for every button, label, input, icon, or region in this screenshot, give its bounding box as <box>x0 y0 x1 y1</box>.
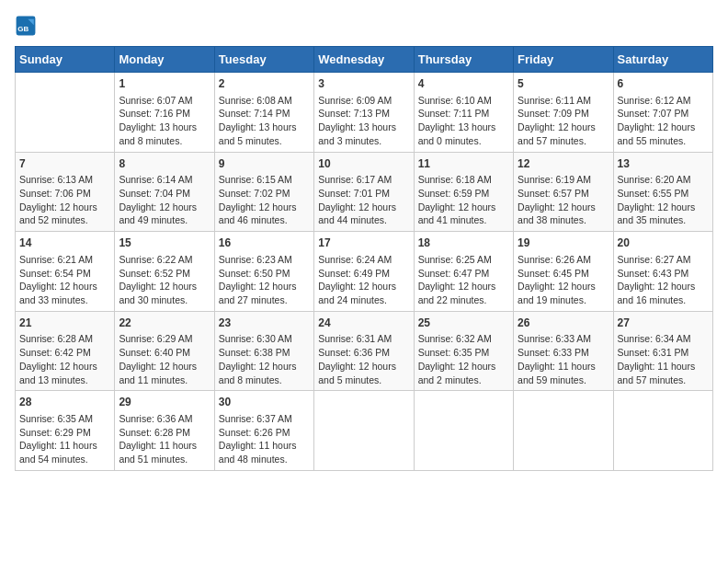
calendar-body: 1Sunrise: 6:07 AM Sunset: 7:16 PM Daylig… <box>16 73 713 471</box>
day-cell: 5Sunrise: 6:11 AM Sunset: 7:09 PM Daylig… <box>514 73 613 153</box>
day-cell: 8Sunrise: 6:14 AM Sunset: 7:04 PM Daylig… <box>115 152 214 232</box>
day-info: Sunrise: 6:15 AM Sunset: 7:02 PM Dayligh… <box>219 173 310 227</box>
week-row-0: 1Sunrise: 6:07 AM Sunset: 7:16 PM Daylig… <box>16 73 713 153</box>
day-cell: 6Sunrise: 6:12 AM Sunset: 7:07 PM Daylig… <box>613 73 712 153</box>
day-info: Sunrise: 6:30 AM Sunset: 6:38 PM Dayligh… <box>219 332 310 386</box>
day-number: 5 <box>518 76 609 92</box>
day-cell: 9Sunrise: 6:15 AM Sunset: 7:02 PM Daylig… <box>214 152 313 232</box>
day-number: 15 <box>119 236 210 251</box>
day-cell: 16Sunrise: 6:23 AM Sunset: 6:50 PM Dayli… <box>214 232 313 312</box>
logo-icon: GB <box>15 15 37 37</box>
day-info: Sunrise: 6:36 AM Sunset: 6:28 PM Dayligh… <box>119 412 210 466</box>
day-cell: 23Sunrise: 6:30 AM Sunset: 6:38 PM Dayli… <box>214 311 313 391</box>
day-number: 9 <box>219 156 310 172</box>
day-info: Sunrise: 6:18 AM Sunset: 6:59 PM Dayligh… <box>418 173 509 227</box>
day-cell: 14Sunrise: 6:21 AM Sunset: 6:54 PM Dayli… <box>16 232 115 312</box>
day-info: Sunrise: 6:25 AM Sunset: 6:47 PM Dayligh… <box>418 253 509 307</box>
week-row-3: 21Sunrise: 6:28 AM Sunset: 6:42 PM Dayli… <box>16 311 713 391</box>
day-info: Sunrise: 6:34 AM Sunset: 6:31 PM Dayligh… <box>618 332 709 386</box>
day-cell <box>514 391 613 471</box>
day-number: 30 <box>219 395 310 410</box>
header-cell-monday: Monday <box>115 47 214 73</box>
day-info: Sunrise: 6:10 AM Sunset: 7:11 PM Dayligh… <box>418 94 509 148</box>
page-header: GB <box>15 15 713 37</box>
day-info: Sunrise: 6:12 AM Sunset: 7:07 PM Dayligh… <box>618 94 709 148</box>
day-cell: 19Sunrise: 6:26 AM Sunset: 6:45 PM Dayli… <box>514 232 613 312</box>
header-cell-thursday: Thursday <box>414 47 513 73</box>
day-info: Sunrise: 6:31 AM Sunset: 6:36 PM Dayligh… <box>318 332 409 386</box>
day-number: 8 <box>119 156 210 172</box>
day-info: Sunrise: 6:13 AM Sunset: 7:06 PM Dayligh… <box>19 173 110 227</box>
day-info: Sunrise: 6:32 AM Sunset: 6:35 PM Dayligh… <box>418 332 509 386</box>
day-number: 1 <box>119 76 210 92</box>
day-info: Sunrise: 6:29 AM Sunset: 6:40 PM Dayligh… <box>119 332 210 386</box>
day-cell: 24Sunrise: 6:31 AM Sunset: 6:36 PM Dayli… <box>314 311 414 391</box>
day-cell: 7Sunrise: 6:13 AM Sunset: 7:06 PM Daylig… <box>16 152 115 232</box>
calendar-table: SundayMondayTuesdayWednesdayThursdayFrid… <box>15 46 713 471</box>
logo: GB <box>15 15 40 37</box>
day-number: 19 <box>518 236 609 251</box>
day-cell: 1Sunrise: 6:07 AM Sunset: 7:16 PM Daylig… <box>115 73 214 153</box>
day-info: Sunrise: 6:22 AM Sunset: 6:52 PM Dayligh… <box>119 253 210 307</box>
day-number: 20 <box>618 236 709 251</box>
header-cell-friday: Friday <box>514 47 613 73</box>
day-cell <box>16 73 115 153</box>
day-info: Sunrise: 6:19 AM Sunset: 6:57 PM Dayligh… <box>518 173 609 227</box>
day-number: 7 <box>19 156 110 172</box>
day-cell: 15Sunrise: 6:22 AM Sunset: 6:52 PM Dayli… <box>115 232 214 312</box>
day-cell: 22Sunrise: 6:29 AM Sunset: 6:40 PM Dayli… <box>115 311 214 391</box>
day-number: 18 <box>418 236 509 251</box>
day-number: 11 <box>418 156 509 172</box>
day-info: Sunrise: 6:17 AM Sunset: 7:01 PM Dayligh… <box>318 173 409 227</box>
day-number: 28 <box>19 395 110 410</box>
day-number: 3 <box>318 76 409 92</box>
header-cell-saturday: Saturday <box>613 47 712 73</box>
day-cell: 17Sunrise: 6:24 AM Sunset: 6:49 PM Dayli… <box>314 232 414 312</box>
day-cell: 2Sunrise: 6:08 AM Sunset: 7:14 PM Daylig… <box>214 73 313 153</box>
day-info: Sunrise: 6:07 AM Sunset: 7:16 PM Dayligh… <box>119 94 210 148</box>
day-number: 13 <box>618 156 709 172</box>
day-info: Sunrise: 6:14 AM Sunset: 7:04 PM Dayligh… <box>119 173 210 227</box>
day-cell: 4Sunrise: 6:10 AM Sunset: 7:11 PM Daylig… <box>414 73 513 153</box>
day-number: 22 <box>119 316 210 331</box>
week-row-1: 7Sunrise: 6:13 AM Sunset: 7:06 PM Daylig… <box>16 152 713 232</box>
day-number: 10 <box>318 156 409 172</box>
day-number: 25 <box>418 316 509 331</box>
header-cell-wednesday: Wednesday <box>314 47 414 73</box>
day-cell: 29Sunrise: 6:36 AM Sunset: 6:28 PM Dayli… <box>115 391 214 471</box>
day-info: Sunrise: 6:09 AM Sunset: 7:13 PM Dayligh… <box>318 94 409 148</box>
day-info: Sunrise: 6:33 AM Sunset: 6:33 PM Dayligh… <box>518 332 609 386</box>
day-cell <box>613 391 712 471</box>
day-number: 16 <box>219 236 310 251</box>
header-cell-tuesday: Tuesday <box>214 47 313 73</box>
day-number: 12 <box>518 156 609 172</box>
day-number: 4 <box>418 76 509 92</box>
header-row: SundayMondayTuesdayWednesdayThursdayFrid… <box>16 47 713 73</box>
svg-text:GB: GB <box>17 25 28 33</box>
day-info: Sunrise: 6:24 AM Sunset: 6:49 PM Dayligh… <box>318 253 409 307</box>
day-cell: 28Sunrise: 6:35 AM Sunset: 6:29 PM Dayli… <box>16 391 115 471</box>
day-info: Sunrise: 6:21 AM Sunset: 6:54 PM Dayligh… <box>19 253 110 307</box>
calendar-header: SundayMondayTuesdayWednesdayThursdayFrid… <box>16 47 713 73</box>
day-cell: 27Sunrise: 6:34 AM Sunset: 6:31 PM Dayli… <box>613 311 712 391</box>
day-number: 21 <box>19 316 110 331</box>
day-info: Sunrise: 6:23 AM Sunset: 6:50 PM Dayligh… <box>219 253 310 307</box>
day-cell <box>314 391 414 471</box>
day-number: 17 <box>318 236 409 251</box>
day-cell: 21Sunrise: 6:28 AM Sunset: 6:42 PM Dayli… <box>16 311 115 391</box>
day-info: Sunrise: 6:28 AM Sunset: 6:42 PM Dayligh… <box>19 332 110 386</box>
day-info: Sunrise: 6:20 AM Sunset: 6:55 PM Dayligh… <box>618 173 709 227</box>
day-number: 24 <box>318 316 409 331</box>
day-cell: 3Sunrise: 6:09 AM Sunset: 7:13 PM Daylig… <box>314 73 414 153</box>
day-cell: 25Sunrise: 6:32 AM Sunset: 6:35 PM Dayli… <box>414 311 513 391</box>
week-row-2: 14Sunrise: 6:21 AM Sunset: 6:54 PM Dayli… <box>16 232 713 312</box>
day-info: Sunrise: 6:37 AM Sunset: 6:26 PM Dayligh… <box>219 412 310 466</box>
day-info: Sunrise: 6:35 AM Sunset: 6:29 PM Dayligh… <box>19 412 110 466</box>
day-number: 27 <box>618 316 709 331</box>
day-cell: 30Sunrise: 6:37 AM Sunset: 6:26 PM Dayli… <box>214 391 313 471</box>
day-cell: 10Sunrise: 6:17 AM Sunset: 7:01 PM Dayli… <box>314 152 414 232</box>
week-row-4: 28Sunrise: 6:35 AM Sunset: 6:29 PM Dayli… <box>16 391 713 471</box>
day-cell: 20Sunrise: 6:27 AM Sunset: 6:43 PM Dayli… <box>613 232 712 312</box>
day-cell: 13Sunrise: 6:20 AM Sunset: 6:55 PM Dayli… <box>613 152 712 232</box>
day-cell: 11Sunrise: 6:18 AM Sunset: 6:59 PM Dayli… <box>414 152 513 232</box>
